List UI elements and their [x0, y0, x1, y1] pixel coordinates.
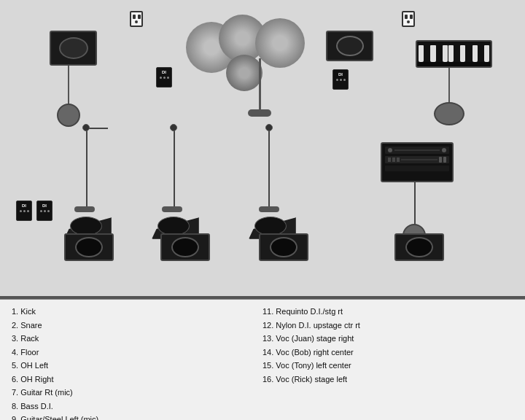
keyboard — [416, 40, 492, 68]
legend-col-1: 1. Kick 2. Snare 3. Rack 4. Floor 5. OH … — [12, 306, 262, 414]
legend-item-1: 1. Kick — [12, 306, 262, 318]
stage-diagram: DI DI — [0, 0, 525, 299]
legend-item-5: 5. OH Left — [12, 359, 262, 372]
monitor-center-left — [160, 233, 210, 261]
di-box-4: DI — [36, 201, 52, 221]
legend-item-13: 13. Voc (Juan) stage right — [262, 332, 513, 345]
legend-item-4: 4. Floor — [12, 346, 262, 359]
legend-item-14: 14. Voc (Bob) right center — [262, 346, 513, 359]
amp-right — [326, 31, 373, 61]
legend-item-11: 11. Requinto D.I./stg rt — [262, 306, 513, 318]
bass-amp-rack — [381, 142, 454, 182]
di-box-1: DI — [156, 67, 172, 88]
outlet-left — [130, 11, 143, 27]
legend-col-2: 11. Requinto D.I./stg rt 12. Nylon D.I. … — [262, 306, 513, 414]
outlet-right — [402, 11, 415, 27]
legend-area: 1. Kick 2. Snare 3. Rack 4. Floor 5. OH … — [0, 299, 525, 420]
legend-item-8: 8. Bass D.I. — [12, 400, 262, 413]
legend-item-7: 7. Guitar Rt (mic) — [12, 386, 262, 399]
legend-item-3: 3. Rack — [12, 332, 262, 345]
amp-left — [50, 31, 97, 66]
di-box-2: DI — [332, 69, 349, 90]
legend-item-12: 12. Nylon D.I. upstage ctr rt — [262, 319, 513, 332]
legend-item-15: 15. Voc (Tony) left center — [262, 359, 513, 372]
legend-item-2: 2. Snare — [12, 319, 262, 332]
di-box-3: DI — [16, 201, 32, 221]
monitor-left — [64, 233, 114, 261]
monitor-center — [259, 233, 308, 261]
legend-item-6: 6. OH Right — [12, 373, 262, 386]
legend-item-16: 16. Voc (Rick) stage left — [262, 373, 513, 386]
legend-item-9: 9. Guitar/Steel Left (mic) — [12, 413, 262, 420]
monitor-right — [394, 233, 444, 261]
